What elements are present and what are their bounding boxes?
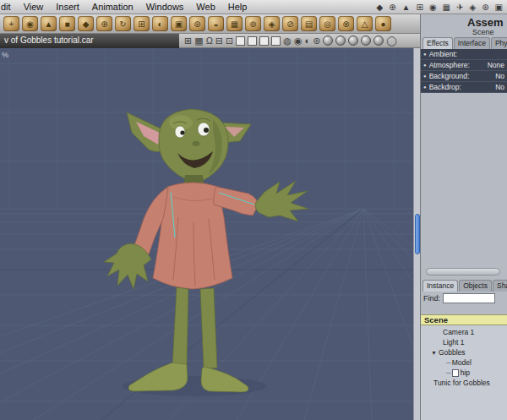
render-mode-icon-4[interactable]: ⊛ [313,35,320,46]
tool-icon-14[interactable]: ⊚ [245,16,261,31]
view-icon-1[interactable]: ⊞ [184,35,192,46]
render-mode-icon-2[interactable]: ◉ [294,35,303,46]
menu-item-web[interactable]: Web [190,2,221,12]
menu-item-windows[interactable]: Windows [140,2,191,12]
property-bullet-icon: ● [423,52,427,57]
menubar-icon-9[interactable]: ⊛ [482,3,488,12]
shading-sphere-icon-3[interactable] [348,35,358,46]
menu-bar: ditViewInsertAnimationWindowsWebHelp ◆⊕▲… [0,0,507,14]
tool-icon-19[interactable]: ⊗ [338,16,354,31]
menu-item-insert[interactable]: Insert [50,2,86,12]
tree-item-camera-1[interactable]: Camera 1 [421,327,507,337]
property-value: No [495,72,505,80]
view-icon-2[interactable]: ▦ [194,35,203,46]
tool-icon-6[interactable]: ⊕ [96,16,112,31]
menu-item-animation[interactable]: Animation [86,2,140,12]
panel-splitter[interactable] [426,268,500,275]
menu-item-view[interactable]: View [18,2,51,12]
tool-icon-11[interactable]: ⊛ [189,16,205,31]
view-icon-3[interactable]: Ω [206,35,213,46]
tool-icon-16[interactable]: ⊘ [282,16,298,31]
scene-properties: ●Ambient:●Atmosphere:None●Background:No●… [421,49,507,93]
tool-icon-8[interactable]: ⊞ [134,16,150,31]
tree-item-tunic-for-gobbles[interactable]: Tunic for Gobbles [421,378,507,388]
menu-item-dit[interactable]: dit [0,2,18,12]
property-row-background[interactable]: ●Background:No [421,71,507,82]
tab-interface[interactable]: Interface [454,37,490,49]
menubar-icon-8[interactable]: ◈ [469,3,476,12]
tool-icon-4[interactable]: ■ [59,16,75,31]
tool-icon-3[interactable]: ▲ [41,16,57,31]
document-title-bar[interactable]: v of Gobbles tutorial.car [0,34,179,48]
shading-sphere-icon-2[interactable] [335,35,346,46]
tool-icon-20[interactable]: △ [357,16,373,31]
menubar-icon-6[interactable]: ▦ [443,3,450,12]
tab-instance[interactable]: Instance [422,280,458,292]
tree-item-hip[interactable]: ─hip [421,368,507,378]
viewport-scrollbar[interactable] [413,48,420,420]
zoom-level-label: % [2,51,8,59]
goblin-character [0,48,413,420]
menubar-icon-2[interactable]: ⊕ [389,3,395,12]
tool-icon-10[interactable]: ▣ [171,16,187,31]
view-toolbar-icons: ⊞▦Ω⊟⊡◍◉◐⊛◯ [184,34,397,47]
tree-item-gobbles[interactable]: ▼Gobbles [421,347,507,357]
menubar-icon-7[interactable]: ✈ [456,3,463,12]
menubar-icon-10[interactable]: ▣ [495,3,503,12]
menubar-icon-4[interactable]: ⊞ [416,3,422,12]
display-mode-icon-2[interactable] [248,36,257,46]
menubar-icons: ◆⊕▲⊞◉▦✈◈⊛▣ [376,3,507,12]
expander-icon[interactable]: ▼ [431,350,437,356]
property-row-atmosphere[interactable]: ●Atmosphere:None [421,60,507,71]
viewport-3d[interactable]: % [0,48,413,420]
scene-tree: Camera 1Light 1▼Gobbles─Model─hipTunic f… [421,327,507,388]
tool-icon-18[interactable]: ◎ [319,16,335,31]
effects-tab-bar: EffectsInterfacePhys [422,37,507,49]
tool-icon-21[interactable]: ● [375,16,391,31]
view-toolbar-row: v of Gobbles tutorial.car ⊞▦Ω⊟⊡◍◉◐⊛◯ [0,34,420,48]
render-mode-icon-3[interactable]: ◐ [305,35,311,46]
display-mode-icon-4[interactable] [271,36,281,46]
tab-phys[interactable]: Phys [491,37,507,49]
menubar-icon-5[interactable]: ◉ [429,3,437,12]
tab-effects[interactable]: Effects [422,37,453,49]
find-input[interactable] [443,293,495,303]
main-toolbar: +◉▲■◆⊕↻⊞◐▣⊛◒▦⊚◈⊘▤◎⊗△● [0,14,420,34]
property-row-backdrop[interactable]: ●Backdrop:No [421,82,507,93]
tool-icon-13[interactable]: ▦ [226,16,243,31]
tool-icon-9[interactable]: ◐ [152,16,168,31]
property-bullet-icon: ● [423,63,427,68]
tool-icon-17[interactable]: ▤ [301,16,317,31]
display-mode-icon-1[interactable] [236,36,245,46]
scene-root-item[interactable]: Scene [421,314,507,325]
menubar-icon-1[interactable]: ◆ [376,3,383,12]
menubar-icon-3[interactable]: ▲ [402,3,411,12]
tree-branch-line: ─ [446,359,451,367]
render-mode-icon-1[interactable]: ◍ [283,35,292,46]
tree-item-light-1[interactable]: Light 1 [421,337,507,347]
tab-objects[interactable]: Objects [459,280,492,292]
view-icon-5[interactable]: ⊡ [226,35,233,46]
tool-icon-15[interactable]: ◈ [264,16,280,31]
menu-items: ditViewInsertAnimationWindowsWebHelp [0,2,254,12]
shading-sphere-icon-5[interactable] [373,35,384,46]
display-mode-icon-3[interactable] [259,36,269,46]
tool-icon-1[interactable]: + [3,16,19,31]
tab-shade[interactable]: Shade [493,280,507,292]
property-bullet-icon: ● [423,74,427,79]
tool-icon-7[interactable]: ↻ [115,16,131,31]
tool-icon-12[interactable]: ◒ [208,16,224,31]
tool-icon-2[interactable]: ◉ [22,16,38,31]
tree-item-label: Camera 1 [443,328,474,336]
room-label[interactable]: Assem [467,16,504,29]
tree-item-label: Gobbles [439,348,466,357]
view-icon-4[interactable]: ⊟ [215,35,223,46]
menu-item-help[interactable]: Help [222,2,254,12]
shading-sphere-icon-1[interactable] [323,35,333,46]
property-row-ambient[interactable]: ●Ambient: [421,49,507,60]
tree-item-model[interactable]: ─Model [421,357,507,368]
shading-sphere-icon-4[interactable] [361,35,371,46]
tool-icon-5[interactable]: ◆ [78,16,94,31]
property-label: Backdrop: [429,83,461,91]
wireframe-sphere-icon[interactable]: ◯ [386,35,396,46]
